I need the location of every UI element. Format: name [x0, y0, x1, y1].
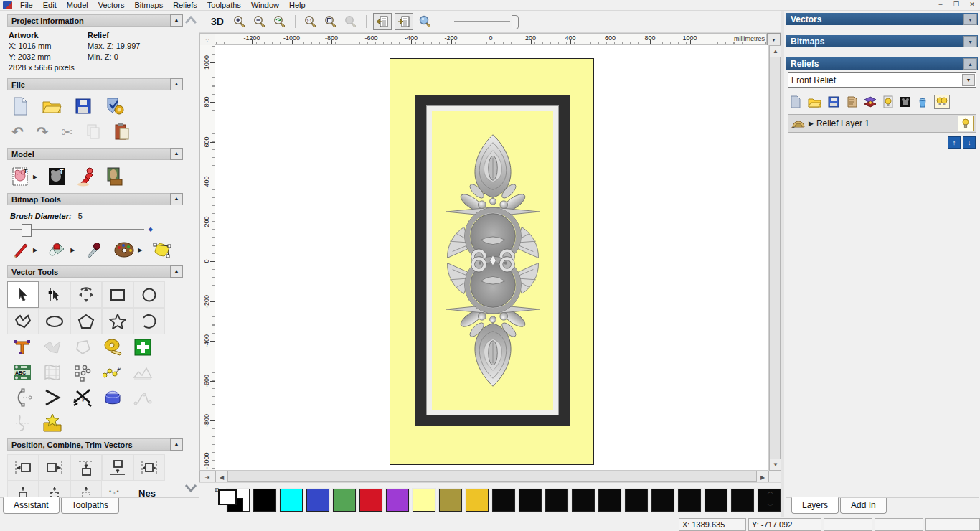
palette-swatch[interactable] [625, 489, 648, 512]
zoom-1to1-icon[interactable]: 1:1 [302, 14, 319, 29]
collapse-up-icon[interactable]: ▲ [963, 58, 977, 70]
import-3d-model-icon[interactable] [105, 97, 125, 116]
align-left-icon[interactable] [7, 454, 39, 481]
create-circle-icon[interactable] [133, 281, 165, 308]
palette-swatch[interactable] [333, 489, 356, 512]
palette-swatch[interactable] [306, 489, 329, 512]
horizontal-scrollbar[interactable]: ⇥ ◀ ▶ [199, 471, 781, 482]
collapse-icon[interactable]: ▲ [170, 266, 183, 278]
layer-visibility-bulb-icon[interactable] [958, 116, 974, 131]
bisector-icon[interactable] [37, 385, 67, 410]
collapse-icon[interactable]: ▲ [170, 14, 183, 27]
canvas-viewport[interactable] [215, 45, 768, 471]
brush-diameter-slider[interactable]: ◆ [10, 223, 173, 236]
flood-fill-icon[interactable] [47, 241, 67, 258]
new-relief-layer-icon[interactable] [790, 95, 801, 108]
relief-select[interactable]: Front Relief ▼ [788, 72, 976, 88]
menu-edit[interactable]: Edit [38, 1, 62, 9]
block-paste-icon[interactable] [67, 360, 98, 385]
panel-scroll-down-icon[interactable] [184, 480, 198, 496]
merge-relief-layers-icon[interactable] [864, 96, 877, 108]
section-icon[interactable] [7, 410, 37, 435]
delete-layer-icon[interactable] [918, 96, 928, 108]
paste-special-icon[interactable] [128, 334, 158, 360]
zoom-box-icon[interactable] [322, 14, 339, 29]
palette-swatch[interactable] [466, 489, 489, 512]
menu-model[interactable]: Model [62, 1, 93, 9]
zoom-lens-icon[interactable] [416, 14, 433, 29]
bitmaps-section-header[interactable]: Bitmaps ▼ [786, 35, 978, 47]
open-relief-layer-icon[interactable] [808, 96, 821, 108]
close-button[interactable]: ✕ [964, 0, 980, 10]
create-ellipse-icon[interactable] [39, 308, 70, 334]
tab-toolpaths[interactable]: Toolpaths [61, 498, 119, 514]
link-colours-icon[interactable]: ⧉ [215, 487, 220, 494]
undo-icon[interactable]: ↶ [11, 123, 24, 141]
relief-layer-thumb-icon[interactable]: + [791, 117, 806, 130]
zoom-object-icon[interactable] [342, 14, 359, 29]
palette-swatch[interactable] [386, 489, 409, 512]
menu-window[interactable]: Window [246, 1, 284, 9]
lighting-material-icon[interactable] [76, 166, 95, 187]
toggle-page-left-icon[interactable] [373, 13, 392, 30]
palette-swatch[interactable] [598, 489, 621, 512]
simplify-vectors-icon[interactable] [128, 360, 158, 385]
flyout-arrow-icon[interactable]: ▶ [70, 247, 75, 253]
fit-spline-icon[interactable] [128, 385, 158, 410]
palette-swatch[interactable] [359, 489, 382, 512]
palette-swatch[interactable] [572, 489, 595, 512]
minimize-button[interactable]: – [933, 0, 948, 10]
menu-file[interactable]: File [15, 1, 38, 9]
palette-swatch[interactable] [705, 489, 727, 512]
zoom-out-icon[interactable] [251, 14, 268, 29]
vertical-scrollbar[interactable]: ▲ ▼ [768, 45, 781, 471]
align-center-1-icon[interactable] [7, 481, 39, 497]
save-relief-layer-icon[interactable] [828, 96, 839, 108]
palette-scroll-up-icon[interactable]: ︿ [765, 485, 776, 498]
menu-toolpaths[interactable]: Toolpaths [202, 1, 246, 9]
measure-icon[interactable] [98, 334, 128, 360]
node-editing-icon[interactable] [39, 281, 70, 308]
view-3d-button[interactable]: 3D [207, 16, 228, 27]
save-file-icon[interactable] [75, 98, 92, 115]
palette-scroll-down-icon[interactable]: ﹀ [765, 499, 776, 512]
redo-icon[interactable]: ↷ [37, 123, 49, 141]
open-file-icon[interactable] [42, 98, 62, 115]
palette-swatch[interactable] [545, 489, 568, 512]
scatter-icon[interactable]: * ₒ *₀ . [102, 481, 132, 497]
center-horizontal-icon[interactable] [133, 454, 165, 481]
collapse-icon[interactable]: ▲ [170, 438, 183, 451]
colour-indicator[interactable]: ⧉ [218, 488, 221, 512]
zoom-slider[interactable] [454, 14, 520, 29]
trim-vectors-icon[interactable]: ✂ [67, 385, 98, 410]
text-block-icon[interactable]: ABC [7, 360, 37, 385]
reliefs-section-header[interactable]: Reliefs ▲ [786, 57, 978, 70]
set-model-size-icon[interactable]: T [11, 166, 30, 187]
palette-icon[interactable] [113, 241, 135, 258]
palette-swatch[interactable] [678, 489, 701, 512]
toggle-all-visibility-icon[interactable] [934, 95, 950, 109]
relief-layer-row[interactable]: + ▶ Relief Layer 1 [788, 114, 976, 133]
bitmap-to-vector-icon[interactable] [152, 240, 172, 259]
tab-layers[interactable]: Layers [791, 497, 839, 514]
palette-swatch[interactable] [519, 489, 542, 512]
collapse-icon[interactable]: ▲ [170, 193, 183, 205]
extrude-icon[interactable] [98, 385, 128, 410]
slider-thumb[interactable] [22, 224, 32, 237]
menu-vectors[interactable]: Vectors [93, 1, 130, 9]
expand-down-icon[interactable]: ▼ [963, 36, 977, 47]
palette-swatch[interactable] [731, 489, 754, 512]
create-star-icon[interactable] [102, 308, 133, 334]
palette-swatch[interactable] [439, 489, 462, 512]
layer-expander-icon[interactable]: ▶ [809, 120, 814, 127]
align-center-2-icon[interactable] [39, 481, 70, 497]
menu-bitmaps[interactable]: Bitmaps [129, 1, 168, 9]
menu-reliefs[interactable]: Reliefs [168, 1, 202, 9]
restore-button[interactable]: ❐ [948, 0, 964, 10]
cut-icon[interactable]: ✂ [62, 124, 73, 141]
align-top-icon[interactable] [70, 454, 102, 481]
nesting-icon[interactable]: Nes [132, 481, 162, 497]
fit-arcs-icon[interactable] [7, 385, 37, 410]
create-arc-icon[interactable] [133, 308, 165, 334]
wrap-vectors-icon[interactable] [37, 410, 67, 435]
